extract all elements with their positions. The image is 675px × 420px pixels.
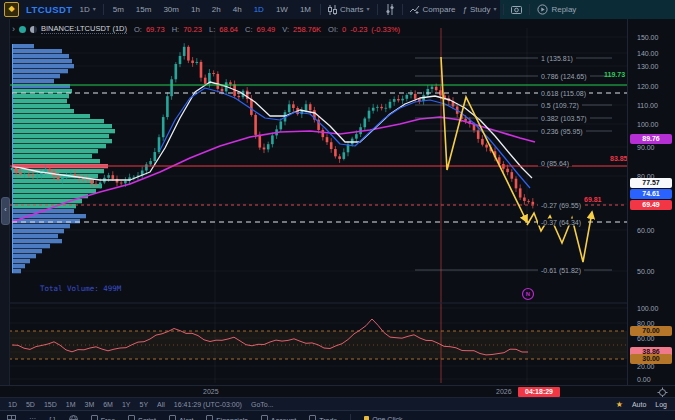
divider — [402, 4, 403, 15]
timeframe-row: 5m15m30m1h2h4h1D1W1M — [111, 4, 313, 15]
price-tick: 0.00 — [637, 376, 651, 383]
divider — [103, 4, 104, 15]
braces-icon[interactable]: { } — [49, 416, 56, 420]
dock-item-icon — [91, 415, 98, 420]
layout-grid-icon[interactable] — [7, 415, 16, 420]
scale-auto-button[interactable]: Auto — [632, 401, 646, 408]
charts-label: Charts — [340, 5, 364, 14]
price-tick: 110.00 — [637, 102, 658, 109]
divider — [377, 4, 378, 15]
dock-item-icon — [169, 415, 176, 420]
candlestick-icon — [328, 5, 337, 15]
price-badge: 30.00 — [630, 354, 672, 364]
study-label: Study — [470, 5, 490, 14]
timeframe-button-5m[interactable]: 5m — [111, 4, 126, 15]
app-logo-icon[interactable]: ◆ — [4, 2, 19, 17]
replay-button[interactable]: Replay — [537, 4, 576, 15]
range-button-All[interactable]: All — [157, 401, 165, 408]
chart-footer: 1D5D15D1M3M6M1Y5YAll 16:41:29 (UTC-03:00… — [0, 397, 675, 411]
timeframe-button-2h[interactable]: 2h — [210, 4, 223, 15]
timeframe-button-15m[interactable]: 15m — [134, 4, 154, 15]
trend-drawing[interactable] — [441, 57, 527, 222]
series-status-dot — [19, 26, 26, 33]
price-scale[interactable]: 150.00140.00130.00120.00110.00100.0090.0… — [627, 19, 675, 385]
globe-icon[interactable] — [69, 415, 78, 420]
price-tick: 60.00 — [637, 227, 655, 234]
range-button-1M[interactable]: 1M — [66, 401, 76, 408]
dock-items: FreeScriptAlertFinancialsAccountTrade — [91, 415, 338, 420]
timeframe-button-1W[interactable]: 1W — [274, 4, 290, 15]
price-tick: 50.00 — [637, 268, 655, 275]
camera-snapshot-icon[interactable] — [511, 5, 522, 14]
timeframe-button-1h[interactable]: 1h — [189, 4, 202, 15]
compare-label: Compare — [423, 5, 456, 14]
compare-icon — [410, 5, 420, 14]
timeframe-button-30m[interactable]: 30m — [161, 4, 181, 15]
price-badge: 77.57 — [630, 178, 672, 188]
range-button-6M[interactable]: 6M — [103, 401, 113, 408]
oi-label: OI: — [328, 25, 338, 34]
compare-button[interactable]: Compare — [410, 5, 456, 14]
divider — [320, 4, 321, 15]
play-circle-icon — [537, 4, 548, 15]
series-title[interactable]: BINANCE:LTCUSDT (1D) — [41, 24, 127, 34]
one-click-toggle[interactable]: One Click — [364, 416, 402, 420]
range-button-15D[interactable]: 15D — [44, 401, 57, 408]
panel-expand-handle[interactable]: ‹ — [1, 197, 10, 225]
clock[interactable]: 16:41:29 (UTC-03:00) — [174, 401, 242, 408]
timeframe-button-4h[interactable]: 4h — [231, 4, 244, 15]
range-row: 1D5D15D1M3M6M1Y5YAll — [8, 401, 165, 408]
timeframe-button-1D[interactable]: 1D — [252, 4, 266, 15]
price-tick: 140.00 — [637, 50, 658, 57]
scale-log-button[interactable]: Log — [655, 401, 667, 408]
more-icon[interactable]: ⋯ — [29, 415, 36, 420]
projection-zigzag-drawing[interactable] — [527, 212, 592, 262]
close-label: C: — [245, 25, 253, 34]
chart-canvas[interactable]: N — [0, 0, 675, 420]
bar-countdown-badge: 04:18:29 — [518, 387, 560, 397]
volume-label: V: — [282, 25, 289, 34]
goto-button[interactable]: GoTo... — [251, 401, 274, 408]
dock-item-free[interactable]: Free — [91, 415, 115, 420]
change-value: -0.23 — [350, 25, 367, 34]
chevron-down-icon: ▾ — [367, 5, 370, 12]
event-marker-n[interactable]: N — [523, 289, 534, 300]
high-label: H: — [172, 25, 180, 34]
range-button-5Y[interactable]: 5Y — [140, 401, 149, 408]
fx-icon: ƒ — [463, 5, 467, 14]
interval-dropdown[interactable]: 1D ▾ — [79, 5, 95, 14]
divider — [529, 4, 530, 15]
dock-item-alert[interactable]: Alert — [169, 415, 193, 420]
indicators-icon[interactable] — [385, 4, 395, 15]
dock-item-icon — [128, 415, 135, 420]
price-tick: 150.00 — [637, 34, 658, 41]
symbol-button[interactable]: LTCUSDT — [26, 4, 72, 15]
timeframe-button-1M[interactable]: 1M — [298, 4, 313, 15]
dock-item-icon — [206, 415, 213, 420]
trading-terminal: ◆ LTCUSDT 1D ▾ 5m15m30m1h2h4h1D1W1M Char… — [0, 0, 675, 420]
dock-item-account[interactable]: Account — [261, 415, 296, 420]
replay-label: Replay — [551, 5, 576, 14]
dock-item-trade[interactable]: Trade — [309, 415, 337, 420]
range-button-1D[interactable]: 1D — [8, 401, 17, 408]
series-status-dot-2 — [30, 26, 37, 33]
dock-item-script[interactable]: Script — [128, 415, 156, 420]
favorite-star-icon[interactable]: ★ — [616, 400, 623, 409]
range-button-5D[interactable]: 5D — [26, 401, 35, 408]
chevron-down-icon: ▾ — [93, 5, 96, 12]
price-tick: 100.00 — [637, 305, 658, 312]
top-toolbar: ◆ LTCUSDT 1D ▾ 5m15m30m1h2h4h1D1W1M Char… — [0, 0, 675, 19]
low-value: 68.64 — [219, 25, 238, 34]
charts-menu-button[interactable]: Charts ▾ — [328, 5, 370, 15]
range-button-1Y[interactable]: 1Y — [122, 401, 131, 408]
bottom-dock: ⋯ { } FreeScriptAlertFinancialsAccountTr… — [0, 410, 675, 420]
range-button-3M[interactable]: 3M — [84, 401, 94, 408]
study-dropdown[interactable]: ƒ Study ▾ — [463, 5, 497, 14]
divider — [350, 414, 351, 420]
legend-collapse-arrow[interactable]: › — [12, 24, 15, 34]
low-label: L: — [209, 25, 215, 34]
dock-item-financials[interactable]: Financials — [206, 415, 248, 420]
high-value: 70.23 — [183, 25, 202, 34]
price-badge: 74.61 — [630, 189, 672, 199]
dock-item-icon — [261, 415, 268, 420]
